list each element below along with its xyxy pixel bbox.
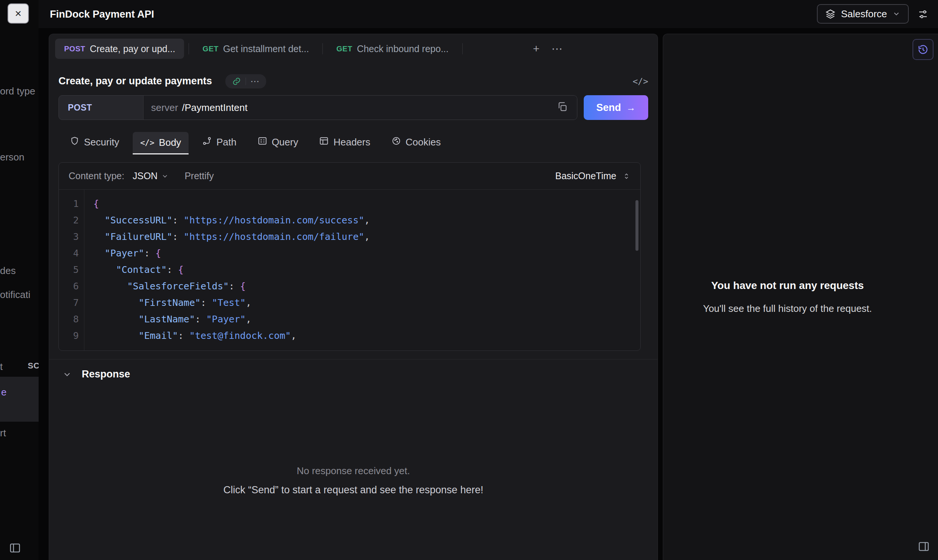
code-line: { (93, 196, 640, 212)
path-label: /PaymentIntent (182, 102, 248, 114)
content-type-select[interactable]: JSON (133, 171, 169, 182)
code-line: "LastName": "Payer", (93, 311, 640, 328)
code-token (93, 297, 138, 308)
link-icon[interactable] (228, 77, 246, 86)
code-line: "SuccessURL": "https://hostdomain.com/su… (93, 212, 640, 229)
json-editor[interactable]: 123456789 { "SuccessURL": "https://hostd… (59, 190, 640, 351)
code-token: "Payer" (206, 314, 246, 325)
code-token (93, 281, 127, 292)
sidebar-item-partial[interactable]: otificati (0, 289, 30, 301)
operation-header: Create, pay or update payments ⋯ </> (58, 73, 648, 89)
example-variant-value: BasicOneTime (555, 171, 616, 182)
editor-line-number: 2 (59, 212, 79, 229)
request-tabbar: POSTCreate, pay or upd...GETGet installm… (49, 34, 658, 63)
code-token: : (229, 281, 240, 292)
response-empty-primary: No response received yet. (49, 465, 658, 477)
page-title: FinDock Payment API (50, 8, 154, 20)
request-tab-label: Check inbound repo... (357, 43, 449, 54)
section-tab-list: Security</>BodyPathQueryHeadersCookies (62, 129, 448, 154)
tab-separator (189, 43, 189, 54)
history-empty-subtitle: You'll see the full history of the reque… (663, 303, 912, 314)
response-empty-secondary: Click “Send” to start a request and see … (49, 484, 658, 496)
address-bar: POST server /PaymentIntent (58, 95, 577, 120)
tab-security[interactable]: Security (62, 131, 127, 154)
code-token: "Email" (138, 330, 178, 341)
url-input[interactable]: server /PaymentIntent (143, 95, 577, 120)
code-token: { (155, 248, 161, 258)
settings-sliders-icon[interactable] (913, 6, 933, 23)
send-button[interactable]: Send → (584, 95, 648, 120)
code-token: "Payer" (105, 248, 144, 258)
code-line: "Payer": { (93, 245, 640, 262)
code-token: : (172, 215, 184, 226)
code-line: "Email": "test@findock.com", (93, 328, 640, 344)
tab-query[interactable]: Query (250, 131, 306, 154)
path-icon (202, 136, 212, 148)
tab-path[interactable]: Path (195, 131, 244, 154)
code-token: , (364, 215, 370, 226)
send-label: Send (596, 102, 621, 114)
operation-more-button[interactable]: ⋯ (246, 77, 264, 86)
sidebar-item-partial[interactable]: SC (28, 361, 38, 371)
body-panel-header: Content type: JSON Prettify BasicOneTime (59, 163, 640, 190)
editor-line-number: 7 (59, 295, 79, 311)
workspace-selector[interactable]: Salesforce (817, 4, 909, 24)
code-snippet-icon[interactable]: </> (632, 77, 648, 86)
history-icon[interactable] (912, 39, 933, 60)
prettify-button[interactable]: Prettify (185, 171, 214, 182)
code-token: { (93, 198, 99, 209)
editor-scrollbar[interactable] (635, 200, 638, 251)
code-token: : (195, 314, 206, 325)
response-title: Response (82, 368, 130, 380)
copy-icon[interactable] (557, 101, 569, 114)
sidebar-item-active[interactable]: e (0, 377, 38, 422)
code-line: "FailureURL": "https://hostdomain.com/fa… (93, 229, 640, 245)
code-token: : (201, 297, 212, 308)
sidebar-item-partial[interactable]: ord type (0, 85, 35, 97)
header: FinDock Payment API Salesforce (38, 0, 938, 28)
code-token: : (178, 330, 189, 341)
request-tab[interactable]: POSTCreate, pay or upd... (55, 38, 184, 59)
method-selector[interactable]: POST (59, 95, 143, 120)
editor-code[interactable]: { "SuccessURL": "https://hostdomain.com/… (85, 190, 640, 351)
operation-title: Create, pay or update payments (58, 75, 212, 87)
code-token (93, 330, 138, 341)
tab-separator (462, 43, 463, 54)
cookie-icon (391, 136, 401, 148)
code-token: "FailureURL" (105, 231, 172, 242)
code-token: , (246, 297, 251, 308)
sidebar-item-active-label: e (1, 386, 6, 398)
editor-line-number: 1 (59, 196, 79, 212)
example-variant-select[interactable]: BasicOneTime (555, 171, 630, 182)
request-body-panel: Content type: JSON Prettify BasicOneTime… (58, 162, 641, 351)
editor-line-number: 4 (59, 245, 79, 262)
code-token: "FirstName" (138, 297, 201, 308)
add-tab-button[interactable]: + (527, 43, 546, 54)
response-divider (49, 359, 658, 360)
sidebar-item-partial[interactable]: des (0, 265, 16, 277)
tab-overflow-button[interactable]: ⋯ (546, 43, 569, 54)
request-tab-label: Get installment det... (223, 43, 309, 54)
response-collapse-chevron-icon[interactable] (62, 369, 72, 379)
sidebar-item-partial[interactable]: t (0, 361, 3, 372)
code-token: , (291, 330, 297, 341)
close-button[interactable]: × (8, 3, 29, 24)
sidebar-item-partial[interactable]: rt (0, 427, 6, 439)
request-panel: POSTCreate, pay or upd...GETGet installm… (49, 34, 658, 560)
sidebar-item-partial[interactable]: erson (0, 151, 25, 163)
request-tab[interactable]: GETGet installment det... (194, 38, 318, 59)
tab-headers[interactable]: Headers (312, 131, 378, 154)
code-token (93, 264, 116, 275)
query-icon (258, 136, 267, 148)
code-token: : (172, 231, 184, 242)
workspace-label: Salesforce (841, 8, 887, 20)
tab-body[interactable]: </>Body (133, 132, 189, 154)
tab-cookies[interactable]: Cookies (384, 131, 448, 154)
request-tab[interactable]: GETCheck inbound repo... (327, 38, 457, 59)
request-row: POST server /PaymentIntent Send → (58, 95, 648, 120)
panel-expand-icon[interactable] (915, 538, 933, 555)
chevron-updown-icon (622, 172, 630, 180)
section-tab-label: Body (159, 137, 181, 148)
sidebar-collapse-icon[interactable] (7, 540, 23, 555)
code-token: : (144, 248, 155, 258)
